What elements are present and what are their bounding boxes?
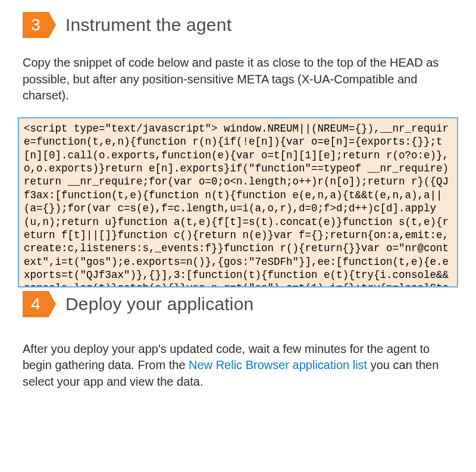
step3-number: 3: [31, 15, 40, 35]
step4-title: Deploy your application: [65, 294, 253, 314]
step4-header: 4 Deploy your application: [23, 291, 464, 317]
step4-number: 4: [31, 295, 40, 314]
step3-title: Instrument the agent: [65, 15, 231, 35]
agent-snippet-code-box[interactable]: <script type="text/javascript"> window.N…: [18, 117, 458, 287]
browser-app-list-link[interactable]: New Relic Browser application list: [189, 358, 367, 371]
setup-instructions-page: 3 Instrument the agent Copy the snippet …: [0, 0, 476, 421]
step4-badge: 4: [23, 291, 49, 317]
step3-badge: 3: [23, 12, 49, 38]
step3-body: Copy the snippet of code below and paste…: [23, 55, 453, 104]
step3-header: 3 Instrument the agent: [23, 12, 464, 38]
step4-body: After you deploy your app's updated code…: [23, 341, 453, 390]
agent-snippet-code[interactable]: <script type="text/javascript"> window.N…: [24, 123, 449, 287]
